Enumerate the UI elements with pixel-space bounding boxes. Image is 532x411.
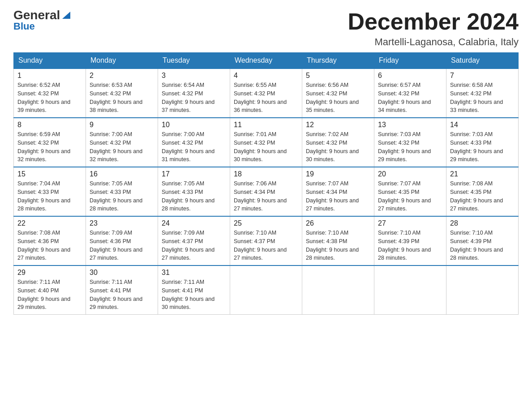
calendar-cell: 9Sunrise: 7:00 AMSunset: 4:32 PMDaylight…	[86, 118, 158, 167]
calendar-cell	[374, 265, 446, 315]
day-info: Sunrise: 7:07 AMSunset: 4:34 PMDaylight:…	[306, 180, 370, 213]
svg-marker-0	[62, 12, 70, 19]
day-number: 25	[234, 219, 298, 227]
day-info: Sunrise: 6:54 AMSunset: 4:32 PMDaylight:…	[162, 81, 226, 115]
calendar-cell: 17Sunrise: 7:05 AMSunset: 4:33 PMDayligh…	[158, 167, 230, 216]
calendar-cell: 11Sunrise: 7:01 AMSunset: 4:32 PMDayligh…	[230, 118, 302, 167]
calendar-cell: 1Sunrise: 6:52 AMSunset: 4:32 PMDaylight…	[14, 68, 86, 118]
calendar-cell: 6Sunrise: 6:57 AMSunset: 4:32 PMDaylight…	[374, 68, 446, 118]
day-number: 14	[450, 121, 515, 129]
day-number: 11	[234, 121, 298, 129]
day-number: 16	[90, 170, 154, 178]
day-number: 3	[162, 72, 226, 80]
day-number: 2	[90, 72, 154, 80]
day-number: 6	[378, 72, 442, 80]
calendar-cell: 10Sunrise: 7:00 AMSunset: 4:32 PMDayligh…	[158, 118, 230, 167]
calendar-cell: 19Sunrise: 7:07 AMSunset: 4:34 PMDayligh…	[302, 167, 374, 216]
day-info: Sunrise: 6:55 AMSunset: 4:32 PMDaylight:…	[234, 81, 298, 115]
day-number: 10	[162, 121, 226, 129]
day-number: 5	[306, 72, 370, 80]
title-block: December 2024 Martelli-Laganosa, Calabri…	[348, 9, 519, 48]
calendar-cell: 4Sunrise: 6:55 AMSunset: 4:32 PMDaylight…	[230, 68, 302, 118]
day-info: Sunrise: 7:00 AMSunset: 4:32 PMDaylight:…	[162, 130, 226, 164]
day-number: 23	[90, 219, 154, 227]
day-number: 12	[306, 121, 370, 129]
location-subtitle: Martelli-Laganosa, Calabria, Italy	[348, 36, 519, 48]
calendar-header-row: SundayMondayTuesdayWednesdayThursdayFrid…	[14, 53, 519, 69]
day-info: Sunrise: 7:10 AMSunset: 4:38 PMDaylight:…	[306, 229, 370, 262]
day-number: 28	[450, 219, 515, 227]
day-info: Sunrise: 7:05 AMSunset: 4:33 PMDaylight:…	[162, 180, 226, 213]
calendar-cell: 28Sunrise: 7:10 AMSunset: 4:39 PMDayligh…	[446, 216, 519, 265]
day-number: 9	[90, 121, 154, 129]
day-info: Sunrise: 7:09 AMSunset: 4:37 PMDaylight:…	[162, 229, 226, 262]
calendar-cell: 31Sunrise: 7:11 AMSunset: 4:41 PMDayligh…	[158, 265, 230, 315]
day-info: Sunrise: 7:09 AMSunset: 4:36 PMDaylight:…	[90, 229, 154, 262]
day-info: Sunrise: 6:57 AMSunset: 4:32 PMDaylight:…	[378, 81, 442, 115]
column-header-monday: Monday	[86, 53, 158, 69]
column-header-saturday: Saturday	[446, 53, 519, 69]
calendar-cell: 5Sunrise: 6:56 AMSunset: 4:32 PMDaylight…	[302, 68, 374, 118]
day-info: Sunrise: 6:53 AMSunset: 4:32 PMDaylight:…	[90, 81, 154, 115]
day-info: Sunrise: 7:01 AMSunset: 4:32 PMDaylight:…	[234, 130, 298, 164]
calendar-cell: 14Sunrise: 7:03 AMSunset: 4:33 PMDayligh…	[446, 118, 519, 167]
logo-name: General	[13, 9, 60, 21]
calendar-cell: 18Sunrise: 7:06 AMSunset: 4:34 PMDayligh…	[230, 167, 302, 216]
day-info: Sunrise: 7:08 AMSunset: 4:36 PMDaylight:…	[17, 229, 82, 262]
calendar-cell: 8Sunrise: 6:59 AMSunset: 4:32 PMDaylight…	[14, 118, 86, 167]
logo-blue: Blue	[13, 21, 35, 32]
day-info: Sunrise: 7:07 AMSunset: 4:35 PMDaylight:…	[378, 180, 442, 213]
calendar-cell: 3Sunrise: 6:54 AMSunset: 4:32 PMDaylight…	[158, 68, 230, 118]
day-number: 13	[378, 121, 442, 129]
calendar-cell	[302, 265, 374, 315]
day-number: 8	[17, 121, 82, 129]
day-info: Sunrise: 7:11 AMSunset: 4:41 PMDaylight:…	[90, 278, 154, 312]
calendar-week-row: 29Sunrise: 7:11 AMSunset: 4:40 PMDayligh…	[14, 265, 519, 315]
column-header-friday: Friday	[374, 53, 446, 69]
day-number: 15	[17, 170, 82, 178]
day-number: 24	[162, 219, 226, 227]
calendar-week-row: 1Sunrise: 6:52 AMSunset: 4:32 PMDaylight…	[14, 68, 519, 118]
calendar-cell: 13Sunrise: 7:03 AMSunset: 4:32 PMDayligh…	[374, 118, 446, 167]
day-number: 18	[234, 170, 298, 178]
calendar-cell: 12Sunrise: 7:02 AMSunset: 4:32 PMDayligh…	[302, 118, 374, 167]
day-number: 1	[17, 72, 82, 80]
day-info: Sunrise: 7:08 AMSunset: 4:35 PMDaylight:…	[450, 180, 515, 213]
logo: General Blue	[13, 9, 71, 32]
calendar-cell	[446, 265, 519, 315]
calendar-cell: 21Sunrise: 7:08 AMSunset: 4:35 PMDayligh…	[446, 167, 519, 216]
column-header-tuesday: Tuesday	[158, 53, 230, 69]
day-info: Sunrise: 6:58 AMSunset: 4:32 PMDaylight:…	[450, 81, 515, 115]
day-info: Sunrise: 7:04 AMSunset: 4:33 PMDaylight:…	[17, 180, 82, 213]
day-info: Sunrise: 6:56 AMSunset: 4:32 PMDaylight:…	[306, 81, 370, 115]
calendar-cell: 22Sunrise: 7:08 AMSunset: 4:36 PMDayligh…	[14, 216, 86, 265]
calendar-cell: 27Sunrise: 7:10 AMSunset: 4:39 PMDayligh…	[374, 216, 446, 265]
calendar-week-row: 22Sunrise: 7:08 AMSunset: 4:36 PMDayligh…	[14, 216, 519, 265]
calendar-week-row: 8Sunrise: 6:59 AMSunset: 4:32 PMDaylight…	[14, 118, 519, 167]
calendar-table: SundayMondayTuesdayWednesdayThursdayFrid…	[13, 52, 519, 315]
calendar-cell: 15Sunrise: 7:04 AMSunset: 4:33 PMDayligh…	[14, 167, 86, 216]
day-number: 17	[162, 170, 226, 178]
day-info: Sunrise: 7:06 AMSunset: 4:34 PMDaylight:…	[234, 180, 298, 213]
column-header-wednesday: Wednesday	[230, 53, 302, 69]
day-info: Sunrise: 7:10 AMSunset: 4:39 PMDaylight:…	[378, 229, 442, 262]
day-number: 22	[17, 219, 82, 227]
calendar-cell: 29Sunrise: 7:11 AMSunset: 4:40 PMDayligh…	[14, 265, 86, 315]
month-title: December 2024	[348, 9, 519, 34]
day-info: Sunrise: 7:11 AMSunset: 4:41 PMDaylight:…	[162, 278, 226, 312]
day-info: Sunrise: 6:59 AMSunset: 4:32 PMDaylight:…	[17, 130, 82, 164]
column-header-sunday: Sunday	[14, 53, 86, 69]
day-info: Sunrise: 7:10 AMSunset: 4:39 PMDaylight:…	[450, 229, 515, 262]
day-number: 21	[450, 170, 515, 178]
day-number: 19	[306, 170, 370, 178]
column-header-thursday: Thursday	[302, 53, 374, 69]
day-info: Sunrise: 6:52 AMSunset: 4:32 PMDaylight:…	[17, 81, 82, 115]
day-number: 27	[378, 219, 442, 227]
day-number: 26	[306, 219, 370, 227]
day-info: Sunrise: 7:03 AMSunset: 4:33 PMDaylight:…	[450, 130, 515, 164]
day-number: 4	[234, 72, 298, 80]
day-number: 30	[90, 269, 154, 277]
calendar-cell: 25Sunrise: 7:10 AMSunset: 4:37 PMDayligh…	[230, 216, 302, 265]
day-number: 7	[450, 72, 515, 80]
day-info: Sunrise: 7:11 AMSunset: 4:40 PMDaylight:…	[17, 278, 82, 312]
